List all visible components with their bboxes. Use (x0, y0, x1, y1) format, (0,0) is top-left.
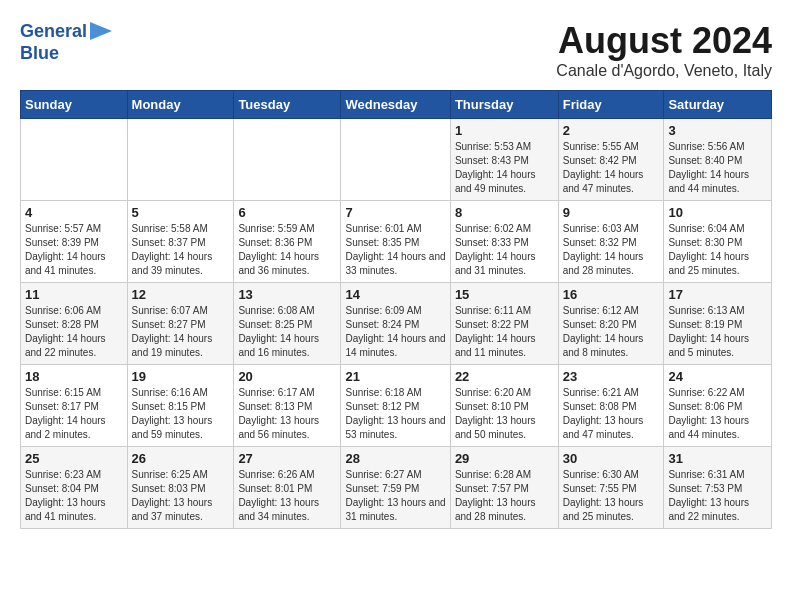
header-wednesday: Wednesday (341, 91, 450, 119)
table-row: 13Sunrise: 6:08 AM Sunset: 8:25 PM Dayli… (234, 283, 341, 365)
day-info: Sunrise: 6:07 AM Sunset: 8:27 PM Dayligh… (132, 304, 230, 360)
day-number: 7 (345, 205, 445, 220)
day-info: Sunrise: 5:56 AM Sunset: 8:40 PM Dayligh… (668, 140, 767, 196)
header-friday: Friday (558, 91, 664, 119)
day-info: Sunrise: 6:03 AM Sunset: 8:32 PM Dayligh… (563, 222, 660, 278)
day-info: Sunrise: 6:11 AM Sunset: 8:22 PM Dayligh… (455, 304, 554, 360)
logo-arrow-icon (90, 22, 112, 40)
day-number: 27 (238, 451, 336, 466)
calendar-week-row: 1Sunrise: 5:53 AM Sunset: 8:43 PM Daylig… (21, 119, 772, 201)
table-row: 29Sunrise: 6:28 AM Sunset: 7:57 PM Dayli… (450, 447, 558, 529)
table-row: 18Sunrise: 6:15 AM Sunset: 8:17 PM Dayli… (21, 365, 128, 447)
day-info: Sunrise: 6:22 AM Sunset: 8:06 PM Dayligh… (668, 386, 767, 442)
calendar-header-row: Sunday Monday Tuesday Wednesday Thursday… (21, 91, 772, 119)
table-row (234, 119, 341, 201)
day-info: Sunrise: 6:26 AM Sunset: 8:01 PM Dayligh… (238, 468, 336, 524)
table-row: 2Sunrise: 5:55 AM Sunset: 8:42 PM Daylig… (558, 119, 664, 201)
table-row: 9Sunrise: 6:03 AM Sunset: 8:32 PM Daylig… (558, 201, 664, 283)
header-monday: Monday (127, 91, 234, 119)
table-row (341, 119, 450, 201)
table-row: 1Sunrise: 5:53 AM Sunset: 8:43 PM Daylig… (450, 119, 558, 201)
calendar-week-row: 4Sunrise: 5:57 AM Sunset: 8:39 PM Daylig… (21, 201, 772, 283)
calendar-table: Sunday Monday Tuesday Wednesday Thursday… (20, 90, 772, 529)
table-row: 3Sunrise: 5:56 AM Sunset: 8:40 PM Daylig… (664, 119, 772, 201)
day-info: Sunrise: 6:06 AM Sunset: 8:28 PM Dayligh… (25, 304, 123, 360)
day-number: 6 (238, 205, 336, 220)
calendar-week-row: 18Sunrise: 6:15 AM Sunset: 8:17 PM Dayli… (21, 365, 772, 447)
table-row: 11Sunrise: 6:06 AM Sunset: 8:28 PM Dayli… (21, 283, 128, 365)
day-info: Sunrise: 6:25 AM Sunset: 8:03 PM Dayligh… (132, 468, 230, 524)
day-number: 26 (132, 451, 230, 466)
day-number: 30 (563, 451, 660, 466)
day-info: Sunrise: 5:57 AM Sunset: 8:39 PM Dayligh… (25, 222, 123, 278)
table-row: 26Sunrise: 6:25 AM Sunset: 8:03 PM Dayli… (127, 447, 234, 529)
header-tuesday: Tuesday (234, 91, 341, 119)
day-info: Sunrise: 6:30 AM Sunset: 7:55 PM Dayligh… (563, 468, 660, 524)
day-number: 12 (132, 287, 230, 302)
day-info: Sunrise: 6:08 AM Sunset: 8:25 PM Dayligh… (238, 304, 336, 360)
table-row (127, 119, 234, 201)
table-row: 23Sunrise: 6:21 AM Sunset: 8:08 PM Dayli… (558, 365, 664, 447)
day-info: Sunrise: 6:02 AM Sunset: 8:33 PM Dayligh… (455, 222, 554, 278)
calendar-week-row: 11Sunrise: 6:06 AM Sunset: 8:28 PM Dayli… (21, 283, 772, 365)
day-info: Sunrise: 5:58 AM Sunset: 8:37 PM Dayligh… (132, 222, 230, 278)
day-number: 25 (25, 451, 123, 466)
day-number: 11 (25, 287, 123, 302)
location-subtitle: Canale d'Agordo, Veneto, Italy (556, 62, 772, 80)
logo: General Blue (20, 20, 112, 64)
month-year-title: August 2024 (556, 20, 772, 62)
table-row: 10Sunrise: 6:04 AM Sunset: 8:30 PM Dayli… (664, 201, 772, 283)
day-info: Sunrise: 6:16 AM Sunset: 8:15 PM Dayligh… (132, 386, 230, 442)
table-row: 28Sunrise: 6:27 AM Sunset: 7:59 PM Dayli… (341, 447, 450, 529)
day-info: Sunrise: 6:21 AM Sunset: 8:08 PM Dayligh… (563, 386, 660, 442)
day-number: 22 (455, 369, 554, 384)
day-number: 24 (668, 369, 767, 384)
page-header: General Blue August 2024 Canale d'Agordo… (20, 20, 772, 80)
svg-marker-0 (90, 22, 112, 40)
table-row: 22Sunrise: 6:20 AM Sunset: 8:10 PM Dayli… (450, 365, 558, 447)
day-number: 9 (563, 205, 660, 220)
header-saturday: Saturday (664, 91, 772, 119)
day-number: 8 (455, 205, 554, 220)
day-info: Sunrise: 6:01 AM Sunset: 8:35 PM Dayligh… (345, 222, 445, 278)
day-info: Sunrise: 6:23 AM Sunset: 8:04 PM Dayligh… (25, 468, 123, 524)
day-number: 18 (25, 369, 123, 384)
title-section: August 2024 Canale d'Agordo, Veneto, Ita… (556, 20, 772, 80)
table-row: 6Sunrise: 5:59 AM Sunset: 8:36 PM Daylig… (234, 201, 341, 283)
day-info: Sunrise: 6:31 AM Sunset: 7:53 PM Dayligh… (668, 468, 767, 524)
day-info: Sunrise: 6:27 AM Sunset: 7:59 PM Dayligh… (345, 468, 445, 524)
header-thursday: Thursday (450, 91, 558, 119)
table-row: 16Sunrise: 6:12 AM Sunset: 8:20 PM Dayli… (558, 283, 664, 365)
day-info: Sunrise: 6:09 AM Sunset: 8:24 PM Dayligh… (345, 304, 445, 360)
calendar-week-row: 25Sunrise: 6:23 AM Sunset: 8:04 PM Dayli… (21, 447, 772, 529)
day-info: Sunrise: 6:13 AM Sunset: 8:19 PM Dayligh… (668, 304, 767, 360)
table-row: 24Sunrise: 6:22 AM Sunset: 8:06 PM Dayli… (664, 365, 772, 447)
day-info: Sunrise: 6:15 AM Sunset: 8:17 PM Dayligh… (25, 386, 123, 442)
table-row: 20Sunrise: 6:17 AM Sunset: 8:13 PM Dayli… (234, 365, 341, 447)
logo-text: General (20, 22, 87, 42)
table-row: 8Sunrise: 6:02 AM Sunset: 8:33 PM Daylig… (450, 201, 558, 283)
table-row: 7Sunrise: 6:01 AM Sunset: 8:35 PM Daylig… (341, 201, 450, 283)
day-info: Sunrise: 5:53 AM Sunset: 8:43 PM Dayligh… (455, 140, 554, 196)
header-sunday: Sunday (21, 91, 128, 119)
day-number: 16 (563, 287, 660, 302)
day-info: Sunrise: 6:17 AM Sunset: 8:13 PM Dayligh… (238, 386, 336, 442)
day-number: 23 (563, 369, 660, 384)
day-number: 3 (668, 123, 767, 138)
day-info: Sunrise: 6:28 AM Sunset: 7:57 PM Dayligh… (455, 468, 554, 524)
day-number: 5 (132, 205, 230, 220)
day-number: 2 (563, 123, 660, 138)
table-row: 4Sunrise: 5:57 AM Sunset: 8:39 PM Daylig… (21, 201, 128, 283)
day-number: 4 (25, 205, 123, 220)
table-row: 27Sunrise: 6:26 AM Sunset: 8:01 PM Dayli… (234, 447, 341, 529)
table-row: 14Sunrise: 6:09 AM Sunset: 8:24 PM Dayli… (341, 283, 450, 365)
table-row: 25Sunrise: 6:23 AM Sunset: 8:04 PM Dayli… (21, 447, 128, 529)
day-number: 15 (455, 287, 554, 302)
table-row: 21Sunrise: 6:18 AM Sunset: 8:12 PM Dayli… (341, 365, 450, 447)
day-number: 10 (668, 205, 767, 220)
day-info: Sunrise: 5:59 AM Sunset: 8:36 PM Dayligh… (238, 222, 336, 278)
day-number: 17 (668, 287, 767, 302)
day-number: 14 (345, 287, 445, 302)
day-number: 19 (132, 369, 230, 384)
day-number: 13 (238, 287, 336, 302)
